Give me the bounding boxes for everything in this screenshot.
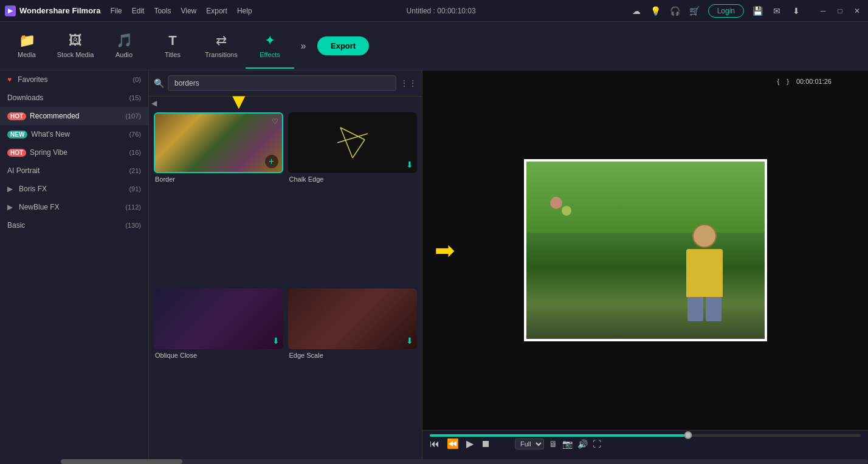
window-controls: ─ □ ✕	[817, 5, 863, 17]
play-button[interactable]: ▶	[466, 438, 474, 449]
edge-scale-download-icon[interactable]: ⬇	[406, 336, 413, 346]
close-button[interactable]: ✕	[851, 5, 863, 17]
sidebar-item-basic[interactable]: Basic (130)	[0, 216, 148, 234]
border-heart-icon[interactable]: ♡	[272, 117, 278, 126]
mail-icon[interactable]: ✉	[771, 5, 783, 17]
preview-video-frame	[524, 159, 767, 341]
app-logo: ▶ Wondershare Filmora	[5, 5, 100, 16]
titles-label: Titles	[165, 51, 181, 58]
grid-icon[interactable]: ⋮⋮	[400, 78, 417, 88]
export-button[interactable]: Export	[317, 36, 369, 55]
timecode-area: { } 00:00:01:26	[777, 78, 832, 85]
minimize-button[interactable]: ─	[817, 5, 829, 17]
child-head	[692, 224, 717, 248]
recommended-label: Recommended	[30, 112, 79, 120]
toolbar-audio[interactable]: 🎵 Audio	[100, 23, 148, 69]
sidebar-item-favorites[interactable]: ♥ Favorites (0)	[0, 70, 148, 89]
newblue-fx-label: NewBlue FX	[19, 203, 60, 211]
ai-portrait-count: (21)	[129, 167, 141, 174]
screenshot-icon[interactable]: 📷	[562, 439, 573, 449]
newblue-fx-count: (112)	[125, 203, 141, 211]
headset-icon[interactable]: 🎧	[669, 5, 681, 17]
progress-bar[interactable]	[430, 434, 861, 437]
effect-oblique-close[interactable]: ⬇ Oblique Close	[154, 288, 283, 460]
search-input[interactable]	[168, 75, 396, 91]
hot-badge: HOT	[7, 112, 26, 120]
favorites-label: Favorites	[18, 75, 47, 84]
effect-edge-scale[interactable]: ⬇ Edge Scale	[288, 288, 418, 460]
toolbar-transitions[interactable]: ⇄ Transitions	[197, 23, 246, 69]
menu-view[interactable]: View	[181, 7, 196, 15]
toolbar-more-button[interactable]: »	[294, 41, 312, 52]
basic-label: Basic	[7, 221, 25, 230]
whats-new-count: (76)	[129, 131, 141, 138]
oblique-close-label: Oblique Close	[154, 352, 283, 359]
sidebar-item-spring-vibe[interactable]: HOT Spring Vibe (16)	[0, 143, 148, 162]
menu-help[interactable]: Help	[237, 7, 252, 15]
step-back-button[interactable]: ⏪	[447, 438, 459, 449]
recommended-count: (107)	[125, 112, 141, 120]
audio-label: Audio	[115, 51, 133, 58]
progress-row	[422, 431, 868, 438]
child-legs	[687, 297, 722, 321]
sidebar-item-downloads[interactable]: Downloads (15)	[0, 89, 148, 107]
border-add-icon[interactable]: +	[265, 155, 278, 168]
project-title: Untitled : 00:00:10:03	[407, 7, 476, 15]
cart-icon[interactable]: 🛒	[689, 5, 701, 17]
menu-bar: File Edit Tools View Export Help	[110, 7, 252, 15]
search-bar: 🔍 ⋮⋮	[149, 70, 422, 97]
top-icons: ☁ 💡 🎧 🛒 Login 💾 ✉ ⬇	[630, 4, 802, 18]
oblique-download-icon[interactable]: ⬇	[272, 336, 280, 346]
sidebar-item-ai-portrait[interactable]: AI Portrait (21)	[0, 162, 148, 180]
volume-icon[interactable]: 🔊	[577, 439, 588, 449]
spring-vibe-label: Spring Vibe	[30, 148, 67, 157]
cloud-icon[interactable]: ☁	[630, 5, 642, 17]
stock-label: Stock Media	[57, 51, 94, 58]
maximize-button[interactable]: □	[834, 5, 846, 17]
sidebar-item-newblue-fx[interactable]: ▶ NewBlue FX (112)	[0, 198, 148, 216]
edge-scale-label: Edge Scale	[288, 352, 418, 359]
save-icon[interactable]: 💾	[751, 5, 763, 17]
sidebar-item-boris-fx[interactable]: ▶ Boris FX (91)	[0, 180, 148, 198]
effects-panel: ▼ 🔍 ⋮⋮ ◀ ♡ + Border	[149, 70, 422, 464]
bracket-close[interactable]: }	[787, 78, 789, 85]
menu-export[interactable]: Export	[206, 7, 227, 15]
preview-video-content	[526, 162, 765, 339]
sidebar-item-recommended[interactable]: HOT Recommended (107)	[0, 107, 148, 125]
chalk-svg	[328, 121, 377, 164]
basic-count: (130)	[125, 222, 141, 229]
toolbar-media[interactable]: 📁 Media	[2, 23, 51, 69]
expand-icon-newblue: ▶	[7, 203, 13, 211]
logo-icon: ▶	[5, 5, 16, 16]
fullscreen-icon[interactable]: ⛶	[593, 439, 601, 449]
scrollbar-thumb[interactable]	[61, 459, 182, 464]
boris-fx-count: (91)	[129, 185, 141, 193]
toolbar-stock-media[interactable]: 🖼 Stock Media	[51, 23, 100, 69]
toolbar-titles[interactable]: T Titles	[148, 23, 197, 69]
toolbar-effects[interactable]: ✦ Effects	[246, 23, 294, 69]
effect-chalk-edge[interactable]: ⬇ Chalk Edge	[288, 112, 418, 284]
annotation-arrow-right: ➡	[435, 236, 455, 264]
menu-tools[interactable]: Tools	[154, 7, 171, 15]
progress-handle[interactable]	[684, 431, 692, 439]
top-bar: ▶ Wondershare Filmora File Edit Tools Vi…	[0, 0, 868, 22]
toolbar: 📁 Media 🖼 Stock Media 🎵 Audio T Titles ⇄…	[0, 22, 868, 70]
effect-border[interactable]: ♡ + Border	[154, 112, 283, 284]
timeline-scrollbar[interactable]	[61, 459, 868, 464]
stop-button[interactable]: ⏹	[481, 438, 491, 449]
chalk-edge-label: Chalk Edge	[288, 176, 418, 183]
quality-select[interactable]: Full 1/2 1/4	[515, 438, 544, 449]
bulb-icon[interactable]: 💡	[650, 5, 662, 17]
heart-icon: ♥	[7, 75, 12, 84]
download-icon[interactable]: ⬇	[790, 5, 802, 17]
chalk-download-icon[interactable]: ⬇	[406, 160, 413, 169]
skip-back-button[interactable]: ⏮	[430, 438, 439, 449]
downloads-label: Downloads	[7, 94, 43, 102]
border-label: Border	[154, 176, 283, 183]
monitor-icon[interactable]: 🖥	[549, 439, 557, 449]
bracket-open[interactable]: {	[777, 78, 780, 85]
login-button[interactable]: Login	[708, 4, 744, 18]
menu-edit[interactable]: Edit	[132, 7, 145, 15]
sidebar-item-whats-new[interactable]: NEW What's New (76)	[0, 125, 148, 143]
menu-file[interactable]: File	[110, 7, 122, 15]
